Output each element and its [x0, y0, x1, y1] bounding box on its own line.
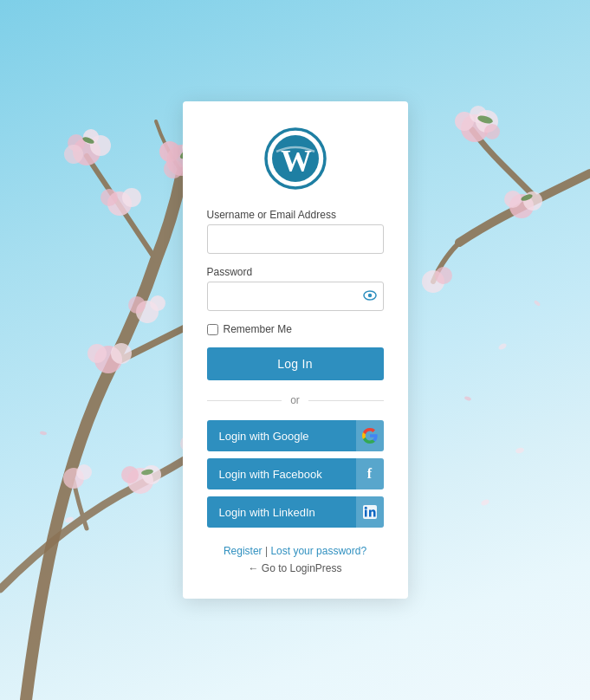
svg-point-16 — [94, 346, 122, 373]
svg-point-23 — [81, 136, 94, 145]
linkedin-button-label: Login with LinkedIn — [219, 506, 315, 519]
logo-container: W — [207, 127, 384, 190]
svg-point-33 — [422, 270, 444, 293]
password-field-group: Password — [207, 266, 384, 311]
footer-links: Register | Lost your password? — [207, 545, 384, 557]
svg-point-57 — [367, 294, 371, 297]
login-button[interactable]: Log In — [207, 347, 384, 380]
login-card: W Username or Email Address Password — [183, 101, 408, 599]
svg-point-45 — [142, 465, 161, 484]
svg-point-17 — [111, 343, 132, 364]
google-icon — [362, 428, 378, 444]
svg-point-44 — [127, 468, 153, 494]
svg-point-41 — [480, 498, 490, 507]
svg-rect-59 — [365, 510, 367, 517]
linkedin-icon — [363, 505, 377, 519]
eye-icon — [363, 290, 377, 301]
linkedin-login-button[interactable]: Login with LinkedIn — [207, 496, 384, 528]
svg-point-29 — [484, 124, 500, 139]
username-input-wrapper — [207, 224, 384, 254]
password-toggle-button[interactable] — [363, 290, 377, 302]
remember-me-checkbox[interactable] — [207, 324, 218, 335]
google-login-button[interactable]: Login with Google — [207, 420, 384, 451]
svg-point-36 — [520, 193, 533, 202]
facebook-icon-box: f — [356, 458, 384, 489]
password-label: Password — [207, 266, 384, 278]
svg-point-4 — [164, 159, 183, 178]
register-link[interactable]: Register — [224, 545, 263, 557]
svg-point-35 — [477, 114, 493, 125]
svg-point-2 — [159, 141, 180, 162]
svg-point-20 — [128, 296, 146, 314]
or-text: or — [290, 394, 300, 406]
facebook-button-label: Login with Facebook — [219, 468, 322, 481]
svg-point-14 — [122, 188, 141, 207]
remember-me-group: Remember Me — [207, 323, 384, 335]
google-icon-box — [356, 420, 384, 451]
username-input[interactable] — [207, 224, 384, 254]
svg-point-25 — [461, 114, 489, 142]
svg-point-51 — [141, 469, 154, 476]
svg-point-26 — [476, 110, 498, 133]
svg-point-40 — [534, 300, 541, 307]
svg-point-28 — [470, 106, 487, 123]
svg-point-43 — [64, 515, 74, 523]
svg-point-19 — [136, 301, 159, 323]
svg-point-13 — [107, 191, 132, 216]
svg-point-18 — [88, 344, 107, 363]
svg-point-32 — [504, 191, 522, 208]
svg-point-34 — [435, 267, 452, 284]
or-line-left — [207, 400, 282, 401]
remember-me-label[interactable]: Remember Me — [224, 323, 292, 335]
facebook-login-button[interactable]: Login with Facebook f — [207, 458, 384, 489]
svg-point-39 — [515, 447, 524, 454]
go-back-link[interactable]: ← Go to LoginPress — [248, 562, 341, 574]
svg-point-8 — [83, 129, 99, 145]
google-button-label: Login with Google — [219, 430, 309, 443]
svg-point-6 — [90, 135, 111, 156]
svg-point-49 — [63, 468, 84, 489]
svg-point-27 — [455, 112, 474, 131]
username-label: Username or Email Address — [207, 209, 384, 221]
wordpress-logo: W — [264, 127, 327, 190]
svg-point-7 — [68, 134, 85, 152]
svg-point-30 — [509, 194, 534, 218]
svg-point-37 — [497, 342, 508, 351]
go-back-container: ← Go to LoginPress — [207, 562, 384, 574]
linkedin-icon-box — [356, 496, 384, 528]
facebook-icon: f — [367, 466, 372, 482]
svg-point-21 — [150, 295, 165, 311]
svg-point-42 — [40, 431, 48, 435]
svg-point-31 — [523, 191, 542, 211]
svg-point-50 — [76, 464, 92, 480]
svg-point-9 — [64, 145, 83, 164]
svg-point-46 — [121, 466, 139, 483]
username-field-group: Username or Email Address — [207, 209, 384, 254]
svg-point-60 — [364, 507, 366, 509]
svg-point-5 — [73, 138, 100, 165]
password-input[interactable] — [207, 282, 384, 311]
or-line-right — [308, 400, 384, 401]
lost-password-link[interactable]: Lost your password? — [270, 545, 366, 557]
or-divider: or — [207, 394, 384, 406]
password-input-wrapper — [207, 282, 384, 311]
svg-point-15 — [100, 189, 118, 206]
svg-point-38 — [464, 396, 472, 401]
